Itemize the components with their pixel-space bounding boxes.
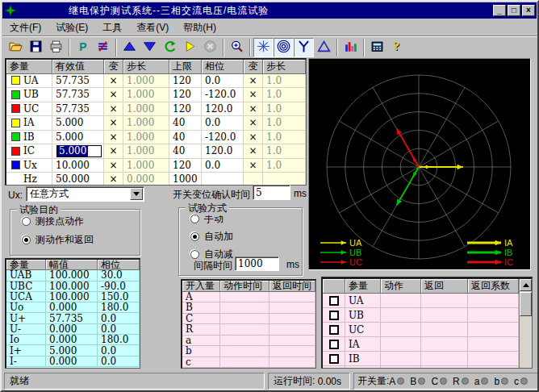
checkbox[interactable]	[329, 369, 339, 369]
param-name-cell[interactable]: Hz	[6, 173, 52, 186]
phase-cell[interactable]: -120.0	[202, 88, 244, 102]
limit-cell[interactable]: 120	[169, 159, 202, 173]
step2-cell[interactable]: 1.0	[263, 102, 306, 117]
print-button[interactable]	[46, 38, 66, 57]
step2-cell[interactable]: 1.0	[263, 74, 306, 89]
step-down-button[interactable]	[140, 38, 160, 57]
limit-cell[interactable]: 40	[169, 131, 202, 145]
param-name-cell[interactable]: UC	[6, 102, 52, 117]
value-cell[interactable]: 57.735	[52, 88, 104, 102]
radio-button-selected[interactable]	[190, 232, 199, 241]
wye-button[interactable]	[294, 38, 314, 57]
save-button[interactable]	[26, 38, 46, 57]
rings-button[interactable]	[274, 38, 294, 57]
vary-cell[interactable]: ×	[104, 173, 123, 186]
value-cell[interactable]: 5.000	[52, 144, 104, 159]
param-name-cell[interactable]: UA	[6, 74, 52, 89]
limit-cell[interactable]: 120	[169, 74, 202, 89]
radio-button-selected[interactable]	[22, 236, 31, 244]
checkbox[interactable]	[329, 340, 339, 349]
checkbox[interactable]	[329, 354, 339, 364]
step-cell[interactable]: 1.000	[123, 144, 169, 159]
param-name-cell[interactable]: IB	[6, 131, 52, 145]
step2-cell[interactable]	[263, 173, 306, 186]
limit-cell[interactable]: 1000	[169, 173, 202, 186]
step2-cell[interactable]: 1.0	[263, 144, 306, 159]
vary-cell[interactable]: ×	[104, 144, 123, 159]
select-checkbox-cell[interactable]	[323, 337, 345, 352]
vary2-cell[interactable]: ×	[244, 131, 263, 145]
select-checkbox-cell[interactable]	[323, 323, 345, 337]
combo-dropdown-button[interactable]	[130, 188, 143, 200]
confirm-time-input[interactable]	[253, 185, 290, 200]
vary2-cell[interactable]: ×	[244, 159, 263, 173]
phase-cell[interactable]: -120.0	[202, 131, 244, 145]
scroll-up-button[interactable]	[520, 279, 532, 291]
zoom-in-button[interactable]	[227, 38, 247, 57]
radio-button[interactable]	[190, 215, 199, 223]
param-name-cell[interactable]: UB	[6, 88, 52, 102]
checkbox[interactable]	[329, 296, 339, 306]
radio-button[interactable]	[190, 250, 199, 259]
param-name-cell[interactable]: IC	[6, 144, 52, 159]
radio-button[interactable]	[22, 217, 31, 226]
step-cell[interactable]: 1.000	[123, 159, 169, 173]
value-cell[interactable]: 5.000	[52, 131, 104, 145]
menu-item-2[interactable]: 工具	[95, 19, 129, 36]
menu-item-0[interactable]: 文件(F)	[2, 19, 48, 36]
axes-button[interactable]	[253, 38, 274, 57]
phase-cell[interactable]: 120.0	[202, 102, 244, 117]
select-checkbox-cell[interactable]	[323, 294, 345, 308]
value-edit-box[interactable]: 5.000	[56, 145, 102, 157]
select-checkbox-cell[interactable]	[323, 308, 345, 323]
value-cell[interactable]: 57.735	[52, 74, 104, 89]
select-checkbox-cell[interactable]	[323, 366, 345, 369]
help-button[interactable]: ??	[387, 38, 407, 57]
close-button[interactable]: ×	[522, 5, 535, 16]
step2-cell[interactable]: 1.0	[263, 88, 306, 102]
step2-cell[interactable]: 1.0	[263, 131, 306, 145]
title-bar[interactable]: 继电保护测试系统--三相交流电压/电流试验 _□×	[2, 2, 537, 19]
scroll-thumb[interactable]	[520, 292, 532, 316]
step-cell[interactable]: 1.000	[123, 116, 169, 131]
test-mode-option-1[interactable]: 自动加	[190, 230, 302, 244]
calculator-button[interactable]	[367, 38, 387, 57]
menu-item-4[interactable]: 帮助(H)	[176, 19, 224, 36]
menu-item-1[interactable]: 试验(E)	[48, 19, 95, 36]
select-checkbox-cell[interactable]	[323, 352, 345, 366]
step-cell[interactable]: 1.000	[123, 74, 169, 89]
menu-item-3[interactable]: 查看(V)	[129, 19, 176, 36]
phase-cell[interactable]: 120.0	[202, 144, 244, 159]
vary2-cell[interactable]: ×	[244, 116, 263, 131]
param-name-cell[interactable]: IA	[6, 116, 52, 131]
vary2-cell[interactable]: ×	[244, 102, 263, 117]
start-button[interactable]	[180, 38, 200, 57]
phase-cell[interactable]: 0.0	[202, 159, 244, 173]
vary-cell[interactable]: ×	[104, 88, 123, 102]
vary-cell[interactable]: ×	[104, 159, 123, 173]
vertical-scrollbar[interactable]	[519, 279, 532, 369]
vary-cell[interactable]: ×	[104, 102, 123, 117]
interval-input[interactable]	[235, 256, 279, 271]
minimize-button[interactable]: _	[493, 5, 506, 16]
step2-cell[interactable]: 1.0	[263, 116, 306, 131]
test-purpose-option-1[interactable]: 测动作和返回	[22, 233, 140, 247]
limit-cell[interactable]: 120	[169, 88, 202, 102]
step-cell[interactable]: 1.000	[123, 102, 169, 117]
phase-cell[interactable]: 0.0	[202, 74, 244, 89]
vary2-cell[interactable]: ×	[244, 88, 263, 102]
vary2-cell[interactable]: ×	[244, 144, 263, 159]
limit-cell[interactable]: 40	[169, 144, 202, 159]
checkbox[interactable]	[329, 311, 339, 320]
undo-button[interactable]	[160, 38, 180, 57]
step2-cell[interactable]: 1.0	[263, 159, 306, 173]
param-name-cell[interactable]: Ux	[6, 159, 52, 173]
limit-cell[interactable]: 40	[169, 116, 202, 131]
checkbox[interactable]	[329, 325, 339, 335]
maximize-button[interactable]: □	[508, 5, 520, 16]
phasor-lines-button[interactable]	[93, 38, 113, 57]
limit-cell[interactable]: 120	[169, 102, 202, 117]
step-up-button[interactable]	[119, 38, 140, 57]
vary-cell[interactable]: ×	[104, 131, 123, 145]
step-cell[interactable]: 1.000	[123, 131, 169, 145]
